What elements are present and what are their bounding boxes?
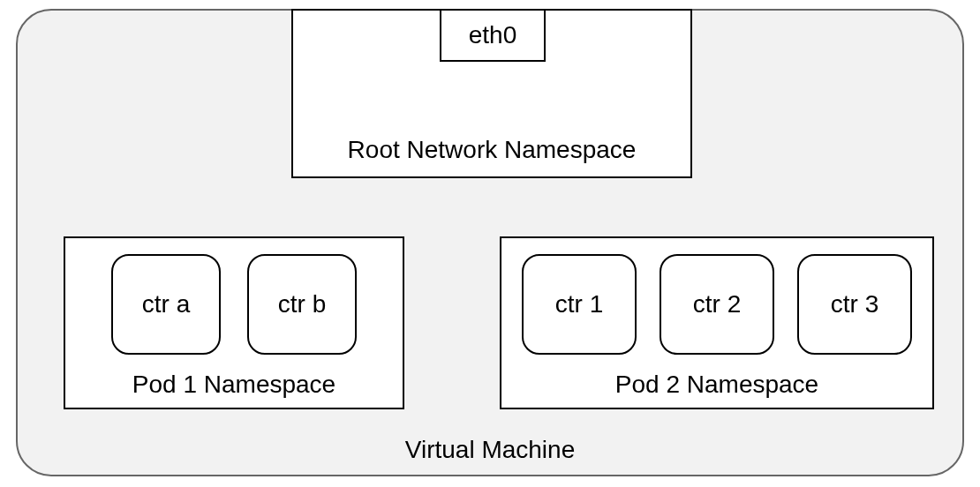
root-network-namespace-label: Root Network Namespace — [293, 136, 690, 164]
eth0-label: eth0 — [469, 21, 517, 49]
container-b-label: ctr b — [278, 290, 326, 318]
pod-1-namespace-label: Pod 1 Namespace — [65, 371, 403, 399]
pod-2-namespace-box: ctr 1 ctr 2 ctr 3 Pod 2 Namespace — [500, 236, 934, 409]
container-a-box: ctr a — [111, 254, 221, 355]
container-2-box: ctr 2 — [660, 254, 774, 355]
container-a-label: ctr a — [142, 290, 190, 318]
container-1-box: ctr 1 — [522, 254, 637, 355]
pod-1-namespace-box: ctr a ctr b Pod 1 Namespace — [64, 236, 404, 409]
pod-1-container-row: ctr a ctr b — [65, 254, 403, 355]
eth0-interface-box: eth0 — [440, 9, 546, 62]
virtual-machine-label: Virtual Machine — [18, 436, 962, 464]
root-network-namespace-box: eth0 Root Network Namespace — [291, 9, 692, 178]
pod-2-namespace-label: Pod 2 Namespace — [501, 371, 932, 399]
container-2-label: ctr 2 — [693, 290, 741, 318]
pod-2-container-row: ctr 1 ctr 2 ctr 3 — [501, 254, 932, 355]
container-b-box: ctr b — [247, 254, 357, 355]
container-3-label: ctr 3 — [831, 290, 878, 318]
virtual-machine-box: Virtual Machine eth0 Root Network Namesp… — [16, 9, 964, 476]
container-1-label: ctr 1 — [555, 290, 603, 318]
container-3-box: ctr 3 — [797, 254, 912, 355]
